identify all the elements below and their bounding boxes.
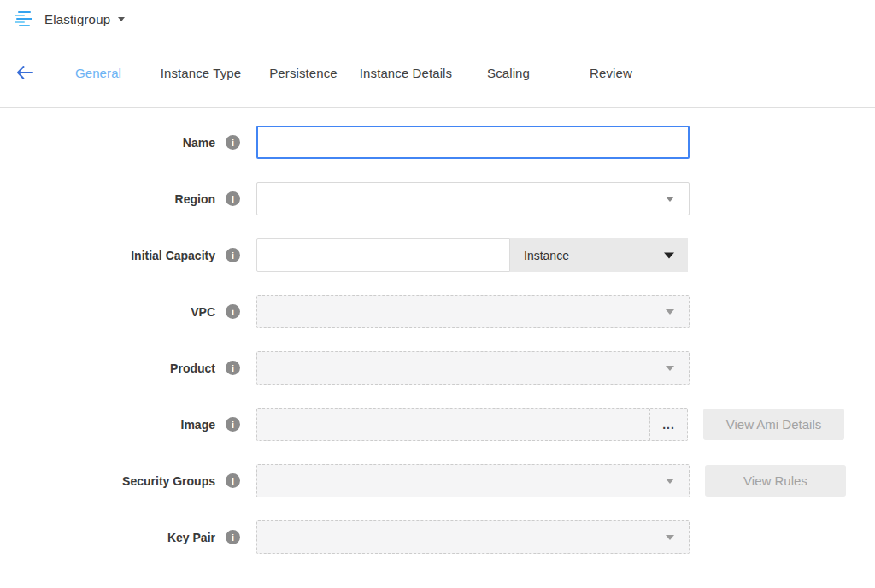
- region-info-icon[interactable]: i: [226, 191, 240, 206]
- tab-instance-type[interactable]: Instance Type: [150, 66, 252, 80]
- capacity-unit-value: Instance: [524, 249, 569, 262]
- image-info-icon[interactable]: i: [226, 417, 240, 432]
- form-row-key-pair: Key Pair i: [0, 520, 875, 554]
- name-info-icon[interactable]: i: [226, 135, 240, 150]
- capacity-unit-select[interactable]: Instance: [510, 238, 688, 272]
- key-pair-info-icon[interactable]: i: [226, 530, 240, 544]
- vpc-label: VPC: [191, 305, 215, 319]
- region-select[interactable]: [256, 182, 690, 215]
- vpc-info-icon[interactable]: i: [226, 304, 240, 319]
- image-value: [257, 409, 649, 440]
- wizard-tabs: General Instance Type Persistence Instan…: [47, 66, 662, 80]
- app-switcher-dropdown[interactable]: Elastigroup: [14, 11, 125, 27]
- chevron-down-icon: [666, 197, 674, 202]
- key-pair-select: [256, 520, 690, 554]
- image-label: Image: [181, 418, 215, 432]
- name-label: Name: [183, 136, 215, 150]
- initial-capacity-input[interactable]: [256, 238, 510, 272]
- form-row-name: Name i: [0, 126, 875, 159]
- chevron-down-icon: [666, 535, 674, 540]
- chevron-down-icon: [666, 366, 674, 371]
- key-pair-label: Key Pair: [167, 531, 215, 544]
- initial-capacity-info-icon[interactable]: i: [226, 248, 240, 262]
- view-ami-details-button: View Ami Details: [703, 409, 844, 440]
- tab-instance-details[interactable]: Instance Details: [355, 66, 457, 80]
- image-field: ...: [256, 408, 688, 441]
- form-row-security-groups: Security Groups i View Rules: [0, 464, 875, 497]
- topbar: Elastigroup: [0, 0, 875, 38]
- product-label: Product: [170, 362, 215, 375]
- region-label: Region: [175, 192, 215, 206]
- form-row-region: Region i: [0, 182, 875, 215]
- tab-persistence[interactable]: Persistence: [252, 66, 355, 80]
- chevron-down-icon: [666, 309, 674, 315]
- product-info-icon[interactable]: i: [226, 361, 240, 375]
- name-input[interactable]: [256, 126, 690, 159]
- product-select: [256, 351, 690, 385]
- security-groups-select: [256, 464, 690, 497]
- tab-general[interactable]: General: [47, 66, 150, 80]
- back-arrow-icon: [16, 66, 33, 80]
- browse-image-button: ...: [649, 409, 687, 440]
- security-groups-info-icon[interactable]: i: [226, 473, 240, 488]
- elastigroup-logo-icon: [14, 11, 35, 27]
- general-form: Name i Region i Initial Capacity i Insta…: [0, 108, 875, 554]
- chevron-down-icon: [666, 479, 674, 484]
- form-row-image: Image i ... View Ami Details: [0, 408, 875, 441]
- back-arrow-button[interactable]: [16, 66, 33, 80]
- form-row-product: Product i: [0, 351, 875, 385]
- vpc-select: [256, 295, 690, 328]
- tab-scaling[interactable]: Scaling: [457, 66, 560, 80]
- security-groups-label: Security Groups: [122, 474, 215, 488]
- view-rules-button: View Rules: [705, 465, 846, 497]
- form-row-vpc: VPC i: [0, 295, 875, 328]
- chevron-down-icon: [118, 17, 125, 21]
- tab-review[interactable]: Review: [560, 66, 662, 80]
- initial-capacity-label: Initial Capacity: [131, 249, 215, 262]
- wizard-tabbar: General Instance Type Persistence Instan…: [0, 38, 875, 108]
- chevron-down-icon: [664, 252, 674, 258]
- app-title: Elastigroup: [44, 12, 110, 26]
- form-row-initial-capacity: Initial Capacity i Instance: [0, 238, 875, 272]
